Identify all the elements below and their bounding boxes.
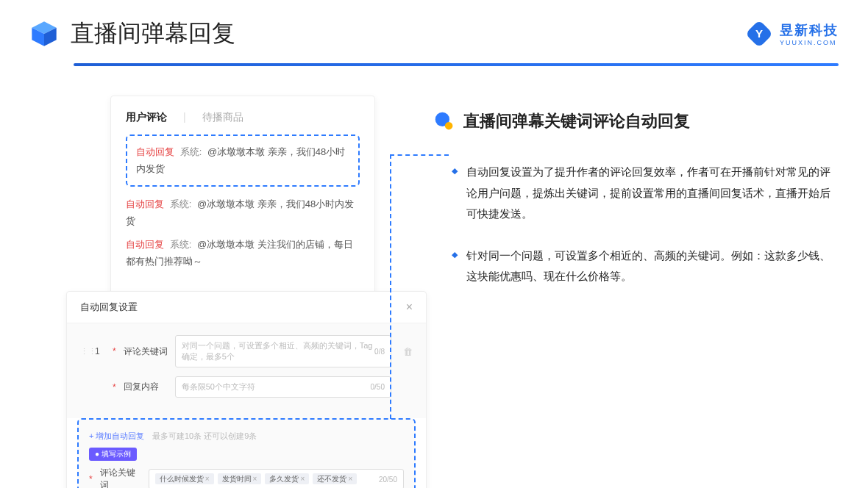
add-auto-reply-button[interactable]: + 增加自动回复 [89, 431, 144, 440]
system-tag: 系统: [180, 146, 202, 157]
bullet-item: 自动回复设置为了提升作者的评论回复效率，作者可在开播前针对常见的评论用户问题，提… [452, 162, 839, 225]
example-keyword-row: * 评论关键词 什么时候发货× 发货时间× 多久发货× 还不发货× 20/50 [89, 467, 404, 488]
ex-keyword-label: 评论关键词 [100, 467, 141, 488]
content-placeholder: 每条限50个中文字符 [182, 381, 255, 392]
dialog-header: 自动回复设置 × [67, 292, 426, 323]
comment-line: 自动回复 系统: @冰墩墩本墩 关注我们的店铺，每日都有热门推荐呦～ [126, 236, 360, 270]
tab-separator: | [183, 111, 186, 124]
comment-line: 自动回复 系统: @冰墩墩本墩 亲亲，我们48小时内发货 [136, 143, 349, 178]
section-subtitle: 直播间弹幕关键词评论自动回复 [463, 110, 690, 132]
keyword-tag[interactable]: 发货时间× [218, 473, 262, 484]
tab-user-comments[interactable]: 用户评论 [126, 111, 167, 124]
keyword-tag[interactable]: 什么时候发货× [155, 473, 214, 484]
ex-keyword-count: 20/50 [379, 476, 397, 484]
right-panel: 直播间弹幕关键词评论自动回复 自动回复设置为了提升作者的评论回复效率，作者可在开… [434, 96, 839, 488]
title-wrap: 直播间弹幕回复 [29, 18, 235, 50]
svg-text:Y: Y [755, 27, 763, 40]
close-icon[interactable]: × [406, 301, 413, 314]
required-star-icon: * [113, 382, 116, 392]
bullet-list: 自动回复设置为了提升作者的评论回复效率，作者可在开播前针对常见的评论用户问题，提… [434, 162, 839, 287]
keyword-input[interactable]: 对同一个问题，可设置多个相近、高频的关键词，Tag确定，最多5个 0/8 [175, 335, 391, 367]
connector-line [390, 154, 449, 156]
row-number: 1 [95, 346, 105, 356]
svg-point-6 [445, 122, 453, 130]
required-star-icon: * [113, 346, 116, 356]
subtitle-wrap: 直播间弹幕关键词评论自动回复 [434, 110, 839, 132]
system-tag: 系统: [170, 198, 192, 209]
brand: Y 昱新科技 YUUXIN.COM [746, 21, 839, 47]
keyword-row: ⋮⋮ 1 * 评论关键词 对同一个问题，可设置多个相近、高频的关键词，Tag确定… [80, 335, 413, 367]
cube-icon [29, 19, 59, 49]
example-badge: ● 填写示例 [89, 448, 137, 461]
connector-line [390, 154, 391, 419]
content-label: 回复内容 [124, 381, 168, 393]
brand-name: 昱新科技 [780, 21, 839, 39]
page-title: 直播间弹幕回复 [71, 18, 235, 50]
tag-group: 什么时候发货× 发货时间× 多久发货× 还不发货× [155, 474, 359, 484]
delete-icon[interactable]: 🗑 [403, 346, 413, 357]
auto-reply-tag: 自动回复 [126, 198, 164, 209]
auto-reply-tag: 自动回复 [136, 146, 174, 157]
comment-line: 自动回复 系统: @冰墩墩本墩 亲亲，我们48小时内发货 [126, 195, 360, 230]
keyword-tag[interactable]: 还不发货× [313, 473, 357, 484]
content-row: * 回复内容 每条限50个中文字符 0/50 🗑 [80, 376, 413, 398]
keyword-count: 0/8 [374, 348, 385, 356]
keyword-tag[interactable]: 多久发货× [265, 473, 309, 484]
content: 用户评论 | 待播商品 自动回复 系统: @冰墩墩本墩 亲亲，我们48小时内发货… [0, 66, 868, 488]
ex-keyword-input[interactable]: 什么时候发货× 发货时间× 多久发货× 还不发货× 20/50 [149, 469, 404, 488]
tab-pending-goods[interactable]: 待播商品 [202, 111, 243, 124]
left-panel: 用户评论 | 待播商品 自动回复 系统: @冰墩墩本墩 亲亲，我们48小时内发货… [66, 96, 397, 488]
keyword-label: 评论关键词 [124, 345, 168, 358]
comments-card: 用户评论 | 待播商品 自动回复 系统: @冰墩墩本墩 亲亲，我们48小时内发货… [110, 96, 375, 294]
header: 直播间弹幕回复 Y 昱新科技 YUUXIN.COM [0, 0, 868, 50]
auto-reply-tag: 自动回复 [126, 239, 164, 250]
drag-handle-icon[interactable]: ⋮⋮ [80, 347, 88, 356]
dialog-title: 自动回复设置 [80, 301, 138, 314]
keyword-placeholder: 对同一个问题，可设置多个相近、高频的关键词，Tag确定，最多5个 [182, 340, 374, 362]
add-hint: 最多可建10条 还可以创建9条 [152, 431, 257, 440]
brand-logo-icon: Y [746, 21, 772, 47]
tabs: 用户评论 | 待播商品 [126, 111, 360, 124]
settings-dialog: 自动回复设置 × ⋮⋮ 1 * 评论关键词 对同一个问题，可设置多个相近、高频的… [66, 291, 427, 488]
add-row: + 增加自动回复 最多可建10条 还可以创建9条 [89, 428, 404, 442]
content-input[interactable]: 每条限50个中文字符 0/50 [175, 376, 391, 398]
content-count: 0/50 [371, 383, 385, 391]
chat-bubble-icon [434, 111, 455, 132]
example-box: + 增加自动回复 最多可建10条 还可以创建9条 ● 填写示例 * 评论关键词 … [77, 418, 416, 488]
form-section: ⋮⋮ 1 * 评论关键词 对同一个问题，可设置多个相近、高频的关键词，Tag确定… [67, 323, 426, 418]
bullet-item: 针对同一个问题，可设置多个相近的、高频的关键词。例如：这款多少钱、这块能优惠吗、… [452, 245, 839, 287]
required-star-icon: * [89, 474, 93, 484]
highlighted-comment: 自动回复 系统: @冰墩墩本墩 亲亲，我们48小时内发货 [126, 134, 360, 187]
brand-sub: YUUXIN.COM [780, 39, 839, 46]
system-tag: 系统: [170, 239, 192, 250]
